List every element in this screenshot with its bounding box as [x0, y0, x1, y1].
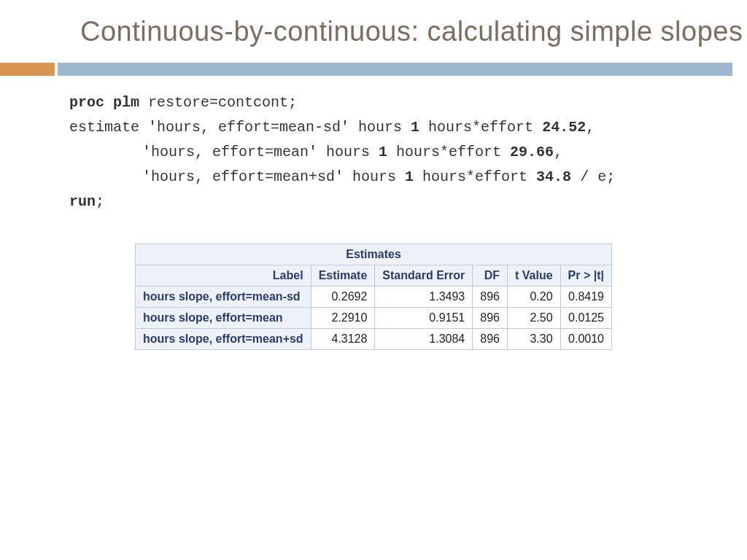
accent-orange-block — [0, 63, 55, 76]
col-label: Label — [136, 265, 311, 286]
slide-title: Continuous-by-continuous: calculating si… — [0, 0, 747, 57]
code-num: 29.66 — [510, 144, 554, 160]
accent-bar — [0, 63, 747, 76]
table-row: hours slope, effort=mean 2.2910 0.9151 8… — [136, 307, 612, 328]
cell-tval: 2.50 — [507, 307, 560, 328]
code-line-1: proc plm restore=contcont; — [69, 90, 732, 115]
cell-p: 0.0010 — [560, 328, 611, 349]
code-line-4: 'hours, effort=mean+sd' hours 1 hours*ef… — [69, 165, 732, 190]
cell-estimate: 2.2910 — [311, 307, 375, 328]
col-stderr: Standard Error — [375, 265, 473, 286]
table-row: hours slope, effort=mean-sd 0.2692 1.349… — [136, 286, 612, 307]
code-text: , — [554, 144, 562, 160]
code-line-5: run; — [69, 190, 732, 214]
col-p: Pr > |t| — [560, 265, 611, 286]
code-text: hours*effort — [387, 144, 510, 160]
code-num: 1 — [379, 144, 387, 160]
accent-blue-block — [58, 63, 732, 76]
code-text: hours*effort — [419, 119, 542, 136]
row-label: hours slope, effort=mean — [136, 307, 311, 328]
table-header-row: Label Estimate Standard Error DF t Value… — [136, 265, 612, 286]
cell-p: 0.0125 — [560, 307, 611, 328]
cell-stderr: 1.3084 — [375, 328, 473, 349]
code-num: 24.52 — [542, 119, 586, 136]
table-row: hours slope, effort=mean+sd 4.3128 1.308… — [136, 328, 612, 349]
table-title-row: Estimates — [136, 244, 612, 265]
cell-estimate: 0.2692 — [311, 286, 375, 307]
cell-tval: 0.20 — [507, 286, 560, 307]
cell-df: 896 — [473, 286, 508, 307]
code-text: 'hours, effort=mean' hours — [142, 144, 379, 160]
code-text: 'hours, effort=mean+sd' hours — [142, 168, 405, 185]
code-text: restore=contcont; — [139, 94, 297, 111]
code-num: 1 — [411, 119, 419, 136]
table-title: Estimates — [136, 244, 612, 265]
code-line-3: 'hours, effort=mean' hours 1 hours*effor… — [69, 140, 732, 165]
row-label: hours slope, effort=mean-sd — [136, 286, 311, 307]
cell-p: 0.8419 — [560, 286, 611, 307]
row-label: hours slope, effort=mean+sd — [136, 328, 311, 349]
code-kw-run: run — [69, 193, 96, 210]
code-text: hours*effort — [414, 168, 536, 185]
cell-stderr: 0.9151 — [375, 307, 473, 328]
col-df: DF — [473, 265, 508, 286]
cell-df: 896 — [473, 307, 508, 328]
code-text: , — [586, 119, 595, 136]
col-tvalue: t Value — [507, 265, 560, 286]
sas-code-block: proc plm restore=contcont; estimate 'hou… — [0, 76, 747, 214]
cell-tval: 3.30 — [507, 328, 560, 349]
cell-stderr: 1.3493 — [375, 286, 473, 307]
code-num: 34.8 — [536, 168, 571, 185]
col-estimate: Estimate — [311, 265, 375, 286]
code-text: ; — [96, 193, 104, 210]
cell-estimate: 4.3128 — [311, 328, 375, 349]
code-kw-proc-plm: proc plm — [69, 94, 139, 111]
estimates-table: Estimates Label Estimate Standard Error … — [135, 244, 612, 350]
code-line-2: estimate 'hours, effort=mean-sd' hours 1… — [69, 115, 732, 140]
cell-df: 896 — [473, 328, 508, 349]
code-text: estimate 'hours, effort=mean-sd' hours — [69, 119, 411, 136]
code-num: 1 — [405, 168, 414, 185]
code-text: / e; — [571, 168, 615, 185]
